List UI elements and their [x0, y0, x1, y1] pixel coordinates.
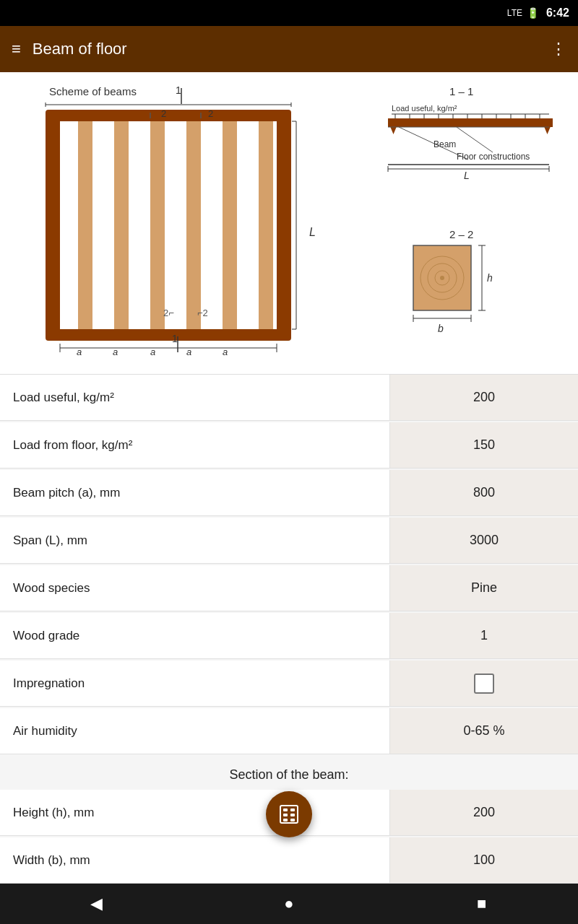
impregnation-row: Impregnation: [0, 661, 578, 707]
span-label: Span (L), mm: [0, 518, 390, 563]
app-bar: ≡ Beam of floor ⋮: [0, 26, 578, 72]
span-row: Span (L), mm 3000: [0, 518, 578, 564]
signal-icon: LTE: [507, 8, 522, 18]
wood-grade-value[interactable]: 1: [390, 613, 578, 658]
svg-text:2: 2: [208, 108, 213, 119]
svg-text:1: 1: [172, 333, 178, 344]
svg-text:Scheme of beams: Scheme of beams: [49, 85, 137, 97]
nav-bar: ◀ ● ■: [0, 884, 578, 924]
load-useful-value[interactable]: 200: [390, 375, 578, 420]
svg-rect-6: [78, 121, 92, 329]
svg-rect-77: [283, 808, 288, 811]
wood-grade-row: Wood grade 1: [0, 613, 578, 659]
svg-rect-79: [283, 814, 288, 816]
load-useful-row: Load useful, kg/m² 200: [0, 375, 578, 421]
svg-rect-81: [283, 819, 288, 821]
svg-text:L: L: [464, 170, 470, 181]
width-value[interactable]: 100: [390, 837, 578, 883]
svg-rect-7: [114, 121, 129, 329]
width-row: Width (b), mm 100: [0, 837, 578, 884]
svg-text:Floor constructions: Floor constructions: [457, 152, 530, 162]
app-title: Beam of floor: [33, 40, 539, 58]
wood-grade-label: Wood grade: [0, 613, 390, 658]
svg-rect-10: [223, 121, 237, 329]
svg-rect-80: [290, 814, 295, 816]
svg-rect-78: [290, 808, 295, 811]
svg-text:Load useful, kg/m²: Load useful, kg/m²: [392, 104, 457, 113]
load-useful-label: Load useful, kg/m²: [0, 375, 390, 420]
calculator-icon: [278, 803, 300, 825]
span-value[interactable]: 3000: [390, 518, 578, 563]
air-humidity-label: Air humidity: [0, 708, 390, 754]
diagram-container: Scheme of beams 1 1 L 2 2: [0, 72, 578, 375]
height-value[interactable]: 200: [390, 790, 578, 835]
hamburger-menu-icon[interactable]: ≡: [12, 40, 21, 58]
beam-pitch-value[interactable]: 800: [390, 470, 578, 515]
air-humidity-row: Air humidity 0-65 %: [0, 708, 578, 754]
more-options-icon[interactable]: ⋮: [551, 40, 566, 58]
battery-icon: 🔋: [527, 7, 539, 19]
svg-rect-11: [259, 121, 273, 329]
svg-point-67: [440, 276, 444, 280]
section-diagrams: 1 – 1 Load useful, kg/m²: [384, 81, 572, 365]
impregnation-label: Impregnation: [0, 661, 390, 706]
section-2-2: 2 – 2 h b: [384, 225, 572, 344]
svg-text:b: b: [438, 323, 444, 334]
svg-text:2: 2: [161, 108, 166, 119]
load-floor-value[interactable]: 150: [390, 422, 578, 468]
section-header: Section of the beam:: [0, 754, 578, 790]
svg-rect-8: [150, 121, 165, 329]
air-humidity-value[interactable]: 0-65 %: [390, 708, 578, 754]
svg-text:Beam: Beam: [434, 139, 456, 149]
svg-rect-51: [388, 118, 553, 127]
home-button[interactable]: ●: [267, 889, 311, 918]
section-1-1-svg: 1 – 1 Load useful, kg/m²: [384, 84, 565, 214]
wood-species-value[interactable]: Pine: [390, 565, 578, 611]
scheme-svg: Scheme of beams 1 1 L 2 2: [6, 81, 316, 362]
height-label: Height (h), mm: [0, 790, 390, 835]
calculate-fab[interactable]: [266, 791, 312, 837]
svg-text:L: L: [309, 226, 316, 238]
svg-rect-76: [280, 806, 298, 823]
wood-species-row: Wood species Pine: [0, 565, 578, 611]
width-label: Width (b), mm: [0, 837, 390, 883]
back-button[interactable]: ◀: [74, 889, 118, 918]
svg-rect-82: [290, 819, 295, 821]
status-bar: LTE 🔋 6:42: [0, 0, 578, 26]
time-display: 6:42: [546, 6, 569, 19]
load-floor-label: Load from floor, kg/m²: [0, 422, 390, 468]
svg-text:⌐2: ⌐2: [197, 308, 208, 318]
svg-line-56: [457, 127, 493, 152]
beam-pitch-row: Beam pitch (a), mm 800: [0, 470, 578, 516]
svg-text:2 – 2: 2 – 2: [449, 228, 473, 240]
wood-species-label: Wood species: [0, 565, 390, 611]
svg-rect-9: [186, 121, 201, 329]
impregnation-checkbox-container[interactable]: [390, 661, 578, 706]
scheme-diagram: Scheme of beams 1 1 L 2 2: [6, 81, 379, 365]
load-floor-row: Load from floor, kg/m² 150: [0, 422, 578, 468]
svg-text:1 – 1: 1 – 1: [449, 85, 473, 97]
section-1-1: 1 – 1 Load useful, kg/m²: [384, 84, 572, 217]
svg-text:h: h: [487, 272, 493, 284]
recent-button[interactable]: ■: [460, 889, 504, 918]
svg-text:1: 1: [176, 84, 181, 96]
beam-pitch-label: Beam pitch (a), mm: [0, 470, 390, 515]
section-2-2-svg: 2 – 2 h b: [384, 225, 565, 341]
impregnation-checkbox[interactable]: [474, 674, 494, 694]
svg-text:2⌐: 2⌐: [163, 308, 174, 318]
